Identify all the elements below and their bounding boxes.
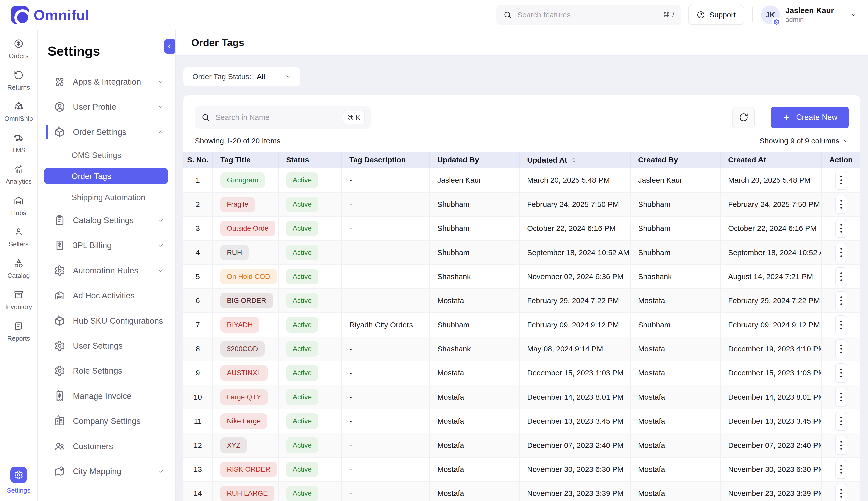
sidebar-item-company-settings[interactable]: Company Settings <box>38 409 175 434</box>
rail-item-orders[interactable]: Orders <box>0 39 37 60</box>
page-content: Order Tag Status: All ⌘ K Create New <box>176 56 868 501</box>
user-meta: Jasleen Kaur admin <box>785 6 834 24</box>
tag-pill: RIYADH <box>220 317 260 333</box>
cell-created-by: Shubham <box>630 192 720 216</box>
omniful-logo-text: Omniful <box>34 7 90 23</box>
global-search-input[interactable] <box>517 11 658 19</box>
sidebar-item-city-mapping[interactable]: City Mapping <box>38 459 175 484</box>
row-actions-button[interactable] <box>835 387 847 407</box>
row-actions-button[interactable] <box>835 243 847 262</box>
rail-item-hubs[interactable]: Hubs <box>0 195 37 217</box>
cell-created-by: Mostafa <box>630 457 720 481</box>
sidebar-collapse-button[interactable] <box>164 39 175 54</box>
refresh-button[interactable] <box>732 107 755 128</box>
sidebar-item-manage-invoice[interactable]: Manage Invoice <box>38 384 175 409</box>
user-avatar[interactable]: JK <box>761 5 780 24</box>
cell-tag-description: Riyadh City Orders <box>342 313 429 337</box>
row-actions-button[interactable] <box>835 171 847 190</box>
cell-status: Active <box>278 265 342 289</box>
rail-item-sellers[interactable]: Sellers <box>0 227 37 248</box>
global-search[interactable]: ⌘ / <box>496 5 681 25</box>
row-actions-button[interactable] <box>835 412 847 431</box>
cell-created-by: Mostafa <box>630 409 720 433</box>
avatar-gear-icon <box>772 17 781 26</box>
sidebar-item-3pl-billing[interactable]: 3PL Billing <box>38 233 175 258</box>
cell-updated-by: Mostafa <box>429 481 520 501</box>
user-menu-chevron[interactable] <box>850 11 857 19</box>
sidebar-item-user-profile[interactable]: User Profile <box>38 94 175 119</box>
table-search-shortcut: ⌘ K <box>343 111 364 124</box>
sidebar-item-catalog-settings[interactable]: Catalog Settings <box>38 208 175 233</box>
col-header-created-at: Created At <box>720 152 821 168</box>
row-actions-button[interactable] <box>835 339 847 359</box>
cell-sno: 7 <box>184 313 212 337</box>
col-header-updated-at[interactable]: Updated At <box>520 152 630 168</box>
table-search[interactable]: ⌘ K <box>195 106 371 128</box>
rail-item-tms[interactable]: TMS <box>0 133 37 154</box>
row-actions-button[interactable] <box>835 484 847 501</box>
cell-status: Active <box>278 241 342 265</box>
order-tag-status-filter[interactable]: Order Tag Status: All <box>184 67 300 86</box>
sidebar-item-role-settings[interactable]: Role Settings <box>38 359 175 384</box>
rail-label: Returns <box>7 84 30 92</box>
cell-updated-by: Shubham <box>429 192 520 216</box>
puzzle-icon <box>54 76 65 88</box>
table-search-input[interactable] <box>216 113 338 122</box>
rail-item-omniship[interactable]: OmniShip <box>0 102 37 123</box>
selected-nav-pill[interactable]: Order Tags <box>44 168 168 184</box>
columns-selector[interactable]: Showing 9 of 9 columns <box>759 137 849 145</box>
sort-icon[interactable] <box>571 156 577 164</box>
cell-tag-description: - <box>342 337 429 361</box>
row-actions-button[interactable] <box>835 291 847 310</box>
sidebar-item-automation-rules[interactable]: Automation Rules <box>38 258 175 283</box>
sidebar-subitem-oms-settings[interactable]: OMS Settings <box>38 145 175 166</box>
status-badge: Active <box>286 293 318 309</box>
cell-action <box>821 337 860 361</box>
rail-divider <box>6 457 31 457</box>
cell-tag-title: RUH LARGE <box>212 481 278 501</box>
sidebar-subitem-shipping-automation[interactable]: Shipping Automation <box>38 187 175 208</box>
rail-item-analytics[interactable]: Analytics <box>0 164 37 185</box>
row-actions-button[interactable] <box>835 315 847 334</box>
warehouse-truck-icon <box>54 290 65 301</box>
row-actions-button[interactable] <box>835 195 847 214</box>
cell-created-by: Shubham <box>630 241 720 265</box>
cell-updated-by: Shubham <box>429 313 520 337</box>
cell-created-at: November 30, 2023 6:30 PM <box>720 457 821 481</box>
sidebar-subitem-order-tags[interactable]: Order Tags <box>38 166 175 187</box>
status-badge: Active <box>286 172 318 188</box>
rail-item-catalog[interactable]: Catalog <box>0 258 37 280</box>
sidebar-item-user-settings[interactable]: User Settings <box>38 333 175 359</box>
cell-sno: 12 <box>184 433 212 457</box>
rail-item-settings[interactable] <box>10 467 27 483</box>
status-badge: Active <box>286 437 318 453</box>
sidebar-item-hub-sku-configurations[interactable]: Hub SKU Configurations <box>38 308 175 333</box>
sidebar-item-ad-hoc-activities[interactable]: Ad Hoc Activities <box>38 283 175 308</box>
row-actions-button[interactable] <box>835 219 847 238</box>
cell-created-by: Mostafa <box>630 289 720 313</box>
tag-pill: Outside Orde <box>220 221 275 236</box>
clipboard-gear-icon <box>54 215 65 226</box>
row-actions-button[interactable] <box>835 267 847 286</box>
search-icon <box>503 11 512 19</box>
support-button[interactable]: Support <box>688 5 744 25</box>
col-header-updated-by: Updated By <box>429 152 520 168</box>
rail-item-inventory[interactable]: Inventory <box>0 290 37 311</box>
cell-updated-by: Shashank <box>429 265 520 289</box>
sidebar-item-apps-integration[interactable]: Apps & Integration <box>38 69 175 94</box>
row-actions-button[interactable] <box>835 460 847 479</box>
cell-status: Active <box>278 361 342 385</box>
user-role: admin <box>785 15 834 24</box>
row-actions-button[interactable] <box>835 436 847 455</box>
cell-tag-title: RUH <box>212 241 278 265</box>
cell-tag-title: 3200COD <box>212 337 278 361</box>
sidebar-item-order-settings[interactable]: Order Settings <box>38 119 175 145</box>
cell-sno: 14 <box>184 481 212 501</box>
cell-action <box>821 216 860 241</box>
rail-item-returns[interactable]: Returns <box>0 70 37 92</box>
cell-updated-by: Mostafa <box>429 289 520 313</box>
sidebar-item-customers[interactable]: Customers <box>38 434 175 459</box>
create-new-button[interactable]: Create New <box>771 107 849 128</box>
row-actions-button[interactable] <box>835 363 847 383</box>
rail-item-reports[interactable]: Reports <box>0 321 37 342</box>
